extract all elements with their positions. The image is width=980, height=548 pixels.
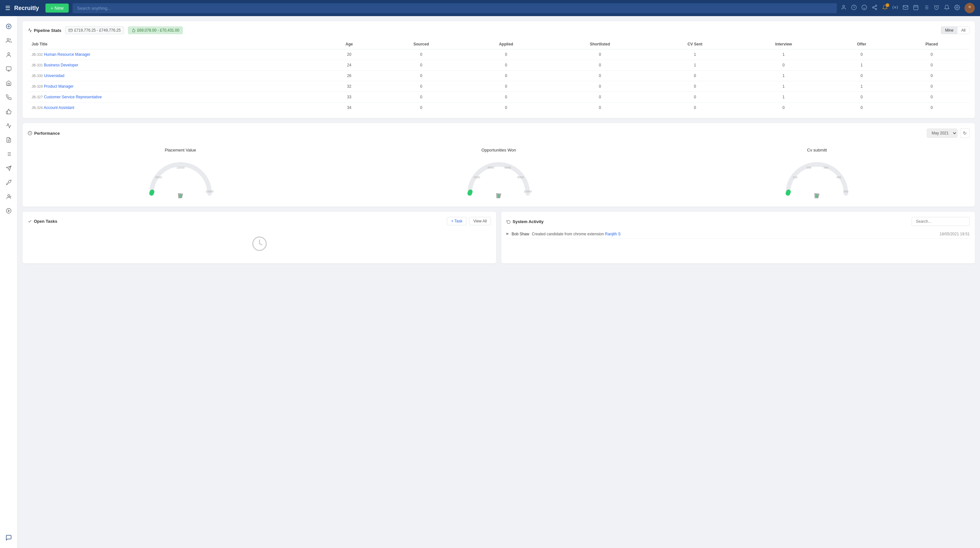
- placed-cell: 0: [894, 49, 970, 60]
- applied-cell: 0: [465, 71, 547, 81]
- activity-header: System Activity: [506, 217, 970, 226]
- job-id: JB-327: [32, 95, 43, 99]
- cv-submit-label: Cv submitt: [807, 148, 827, 152]
- main-content: Pipeline Stats £719,776.25 - £749,776.25…: [18, 16, 980, 548]
- svg-text:2000: 2000: [474, 176, 480, 179]
- activity-link[interactable]: Ranjith S: [605, 232, 621, 236]
- apps-icon[interactable]: [892, 5, 898, 12]
- system-activity-card: System Activity ▶ Bob Shaw Created candi…: [501, 212, 975, 264]
- svg-point-23: [968, 6, 970, 8]
- alarm-icon[interactable]: [934, 5, 939, 12]
- performance-header: Performance May 2021 ↻: [28, 128, 970, 138]
- sidebar-item-phone[interactable]: [2, 91, 15, 104]
- svg-point-24: [6, 24, 11, 29]
- sidebar-item-jobs[interactable]: [2, 62, 15, 75]
- col-sourced: Sourced: [377, 39, 465, 49]
- check-icon: [28, 219, 32, 223]
- contacts-icon[interactable]: [841, 5, 846, 12]
- tasks-header: Open Tasks + Task View All: [28, 217, 491, 226]
- performance-card: Performance May 2021 ↻ Placement Value: [22, 123, 975, 206]
- sourced-cell: 0: [377, 49, 465, 60]
- sidebar-item-user-badge[interactable]: [2, 190, 15, 203]
- job-title-link[interactable]: Universidad: [44, 73, 64, 78]
- interview-cell: 1: [738, 92, 830, 103]
- sidebar-item-dashboard[interactable]: [2, 20, 15, 33]
- activity-user: Bob Shaw: [512, 232, 529, 236]
- sidebar-item-contacts[interactable]: [2, 48, 15, 61]
- sidebar-item-clients[interactable]: [2, 77, 15, 90]
- col-cv-sent: CV Sent: [652, 39, 738, 49]
- calendar-icon[interactable]: [913, 5, 919, 12]
- mail-icon[interactable]: [903, 5, 908, 12]
- job-title-link[interactable]: Customer Service Representative: [44, 95, 102, 99]
- job-id: JB-332: [32, 52, 43, 56]
- activity-timestamp: 18/05/2021 19:51: [940, 232, 970, 236]
- applied-cell: 0: [465, 92, 547, 103]
- job-title-link[interactable]: Business Developer: [44, 63, 78, 67]
- offer-cell: 0: [830, 103, 894, 113]
- activity-search-input[interactable]: [912, 217, 970, 226]
- svg-text:200: 200: [807, 166, 811, 169]
- col-applied: Applied: [465, 39, 547, 49]
- offer-cell: 1: [830, 60, 894, 71]
- svg-marker-43: [8, 210, 10, 212]
- add-task-button[interactable]: + Task: [447, 217, 466, 226]
- job-title-link[interactable]: Product Manager: [44, 84, 73, 89]
- refresh-button[interactable]: ↻: [960, 128, 970, 138]
- svg-text:10000: 10000: [177, 166, 185, 169]
- svg-text:0: 0: [179, 194, 181, 198]
- table-row: JB-332 Human Resource Manager 20 0 0 0 1…: [28, 49, 970, 60]
- sidebar-item-tasks-list[interactable]: [2, 148, 15, 160]
- svg-text:100: 100: [793, 176, 797, 179]
- table-row: JB-330 Universidad 26 0 0 0 0 1 0 0: [28, 71, 970, 81]
- user-avatar[interactable]: [964, 3, 975, 13]
- new-button[interactable]: + New: [45, 3, 68, 13]
- interview-cell: 1: [738, 81, 830, 92]
- svg-rect-11: [913, 5, 918, 10]
- face-icon[interactable]: [861, 5, 867, 12]
- sourced-cell: 0: [377, 103, 465, 113]
- job-title-link[interactable]: Human Resource Manager: [44, 52, 90, 57]
- svg-point-0: [843, 5, 845, 7]
- tasks-actions: + Task View All: [447, 217, 491, 226]
- activity-description: Created candidate from chrome extension …: [532, 232, 937, 236]
- search-input[interactable]: [73, 3, 837, 13]
- sidebar-item-marketing[interactable]: [2, 119, 15, 132]
- cv-sent-cell: 1: [652, 60, 738, 71]
- pipeline-title: Pipeline Stats: [28, 28, 61, 33]
- tasks-empty-icon: [28, 229, 491, 258]
- sidebar-item-chat[interactable]: [2, 531, 15, 544]
- tasks-icon[interactable]: [923, 5, 929, 12]
- date-filter-select[interactable]: May 2021: [927, 129, 958, 138]
- sidebar-item-candidates[interactable]: [2, 34, 15, 47]
- sidebar-item-reports[interactable]: [2, 133, 15, 146]
- sidebar-item-send[interactable]: [2, 162, 15, 175]
- all-button[interactable]: All: [958, 27, 969, 34]
- sidebar-item-thumbsup[interactable]: [2, 105, 15, 118]
- hamburger-icon[interactable]: ☰: [5, 5, 10, 12]
- col-job-title: Job Title: [28, 39, 321, 49]
- notifications-icon[interactable]: 1: [882, 5, 888, 12]
- age-cell: 26: [321, 71, 377, 81]
- bell-icon[interactable]: [944, 5, 950, 12]
- table-row: JB-331 Business Developer 24 0 0 0 1 0 1…: [28, 60, 970, 71]
- svg-point-6: [872, 7, 874, 8]
- placement-value-svg: 5000 10000 15000 0: [145, 156, 216, 198]
- svg-text:6000: 6000: [504, 166, 511, 169]
- sidebar-item-rocket[interactable]: [2, 176, 15, 189]
- svg-text:4000: 4000: [487, 166, 494, 169]
- job-title-cell: JB-328 Product Manager: [28, 81, 321, 92]
- placed-cell: 0: [894, 103, 970, 113]
- opportunities-won-svg: 2000 4000 6000 8000 10000 0: [463, 156, 534, 198]
- age-cell: 33: [321, 92, 377, 103]
- history-icon[interactable]: [851, 5, 857, 12]
- view-all-tasks-button[interactable]: View All: [469, 217, 491, 226]
- job-title-link[interactable]: Account Assistant: [44, 105, 75, 110]
- settings-icon[interactable]: [954, 5, 960, 12]
- svg-point-10: [894, 7, 896, 8]
- age-cell: 20: [321, 49, 377, 60]
- mine-button[interactable]: Mine: [941, 27, 958, 34]
- sidebar-item-play[interactable]: [2, 204, 15, 217]
- shortlisted-cell: 0: [547, 81, 652, 92]
- network-icon[interactable]: [872, 5, 878, 12]
